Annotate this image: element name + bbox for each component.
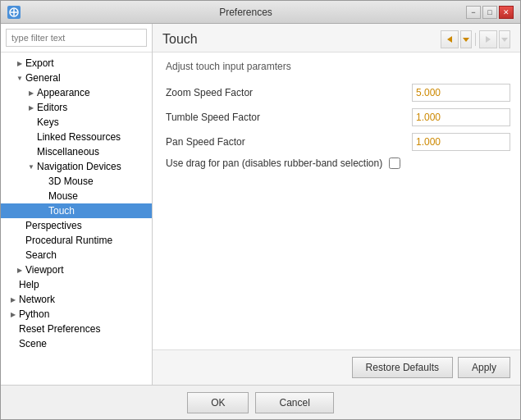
- preferences-window: Preferences − □ ✕ ▶ Export ▼ Genera: [0, 0, 521, 420]
- tree: ▶ Export ▼ General ▶ Appearance ▶ Editor…: [1, 52, 152, 354]
- drag-for-pan-row: Use drag for pan (disables rubber-band s…: [166, 158, 507, 169]
- panel-toolbar: [441, 30, 510, 48]
- sidebar: ▶ Export ▼ General ▶ Appearance ▶ Editor…: [1, 24, 153, 385]
- sidebar-item-network[interactable]: ▶ Network: [1, 292, 152, 307]
- sidebar-item-touch[interactable]: ▶ Touch: [1, 203, 152, 218]
- expander-icon: ▶: [37, 176, 48, 187]
- sidebar-item-label: Reset Preferences: [19, 323, 100, 335]
- pan-speed-row: Pan Speed Factor: [166, 133, 507, 151]
- expander-icon: ▶: [37, 190, 48, 202]
- expander-icon: ▶: [37, 205, 48, 217]
- expander-icon: ▶: [14, 264, 25, 276]
- expander-icon: ▶: [14, 57, 25, 69]
- expander-icon: ▶: [14, 249, 25, 261]
- sidebar-item-editors[interactable]: ▶ Editors: [1, 100, 152, 115]
- sidebar-item-label: Mouse: [48, 190, 78, 202]
- sidebar-item-label: Touch: [48, 205, 75, 217]
- tumble-speed-row: Tumble Speed Factor: [166, 108, 507, 126]
- close-button[interactable]: ✕: [499, 6, 514, 19]
- expander-icon: ▶: [7, 338, 19, 349]
- pan-speed-label: Pan Speed Factor: [166, 136, 412, 148]
- pan-speed-input[interactable]: [412, 133, 510, 151]
- expander-icon: ▶: [25, 102, 37, 113]
- sidebar-item-appearance[interactable]: ▶ Appearance: [1, 85, 152, 100]
- cancel-button[interactable]: Cancel: [255, 392, 333, 413]
- sidebar-item-help[interactable]: ▶ Help: [1, 277, 152, 292]
- drag-for-pan-checkbox[interactable]: [389, 158, 400, 169]
- filter-box: [1, 24, 152, 52]
- sidebar-item-export[interactable]: ▶ Export: [1, 56, 152, 71]
- sidebar-item-label: Linked Ressources: [37, 131, 121, 143]
- panel-footer: Restore Defaults Apply: [153, 349, 520, 385]
- sidebar-item-label: 3D Mouse: [48, 176, 94, 187]
- back-button[interactable]: [441, 30, 459, 48]
- sidebar-item-label: Python: [19, 308, 49, 320]
- expander-icon: ▶: [7, 294, 19, 305]
- expander-icon: ▶: [25, 131, 37, 143]
- app-icon: [7, 6, 21, 19]
- apply-button[interactable]: Apply: [458, 357, 510, 378]
- sidebar-item-procedural-runtime[interactable]: ▶ Procedural Runtime: [1, 233, 152, 248]
- sidebar-item-label: Keys: [37, 116, 59, 128]
- expander-icon: ▶: [25, 87, 37, 98]
- expander-icon: ▶: [14, 220, 25, 231]
- sidebar-item-perspectives[interactable]: ▶ Perspectives: [1, 218, 152, 233]
- tumble-speed-label: Tumble Speed Factor: [166, 112, 412, 123]
- sidebar-item-label: General: [25, 72, 61, 84]
- sidebar-item-navigation-devices[interactable]: ▼ Navigation Devices: [1, 159, 152, 174]
- expander-icon: ▶: [25, 146, 37, 158]
- sidebar-item-viewport[interactable]: ▶ Viewport: [1, 262, 152, 277]
- sidebar-item-label: Editors: [37, 102, 67, 113]
- svg-marker-5: [486, 36, 491, 43]
- panel-content: Adjust touch input paramters Zoom Speed …: [153, 52, 520, 349]
- sidebar-item-search[interactable]: ▶ Search: [1, 248, 152, 262]
- panel-title: Touch: [162, 32, 198, 47]
- svg-marker-4: [463, 38, 469, 42]
- sidebar-item-miscellaneous[interactable]: ▶ Miscellaneous: [1, 144, 152, 159]
- tumble-speed-input[interactable]: [412, 108, 510, 126]
- expander-icon: ▶: [14, 235, 25, 246]
- zoom-speed-label: Zoom Speed Factor: [166, 87, 412, 98]
- svg-marker-3: [447, 36, 452, 43]
- drag-for-pan-label: Use drag for pan (disables rubber-band s…: [166, 158, 382, 169]
- sidebar-item-label: Appearance: [37, 87, 90, 98]
- dropdown-button[interactable]: [460, 30, 472, 48]
- sidebar-item-label: Miscellaneous: [37, 146, 99, 158]
- sidebar-item-label: Procedural Runtime: [25, 235, 112, 246]
- maximize-button[interactable]: □: [482, 6, 497, 19]
- minimize-button[interactable]: −: [466, 6, 481, 19]
- sidebar-item-label: Navigation Devices: [37, 161, 121, 172]
- main-panel: Touch Ad: [153, 24, 520, 385]
- toolbar-separator: [475, 33, 476, 46]
- expander-icon: ▼: [25, 161, 37, 172]
- window-title: Preferences: [25, 7, 466, 18]
- svg-marker-6: [501, 38, 508, 42]
- expander-icon: ▶: [7, 279, 19, 290]
- sidebar-item-python[interactable]: ▶ Python: [1, 307, 152, 322]
- sidebar-item-keys[interactable]: ▶ Keys: [1, 115, 152, 130]
- ok-button[interactable]: OK: [187, 392, 249, 413]
- sidebar-item-general[interactable]: ▼ General: [1, 71, 152, 85]
- restore-defaults-button[interactable]: Restore Defaults: [352, 357, 453, 378]
- panel-description: Adjust touch input paramters: [166, 61, 507, 72]
- titlebar: Preferences − □ ✕: [1, 1, 520, 24]
- sidebar-item-label: Perspectives: [25, 220, 82, 231]
- sidebar-item-reset-preferences[interactable]: ▶ Reset Preferences: [1, 322, 152, 336]
- content-area: ▶ Export ▼ General ▶ Appearance ▶ Editor…: [1, 24, 520, 385]
- sidebar-item-mouse[interactable]: ▶ Mouse: [1, 189, 152, 203]
- sidebar-item-scene[interactable]: ▶ Scene: [1, 336, 152, 351]
- filter-input[interactable]: [6, 29, 147, 47]
- forward-button[interactable]: [479, 30, 497, 48]
- zoom-speed-input[interactable]: [412, 84, 510, 102]
- sidebar-item-linked-resources[interactable]: ▶ Linked Ressources: [1, 130, 152, 144]
- expander-icon: ▶: [25, 116, 37, 128]
- sidebar-item-label: Network: [19, 294, 55, 305]
- dropdown-button-2[interactable]: [499, 30, 510, 48]
- bottom-bar: OK Cancel: [1, 385, 520, 419]
- sidebar-item-label: Search: [25, 249, 57, 261]
- sidebar-item-label: Export: [25, 57, 54, 69]
- expander-icon: ▶: [7, 308, 19, 320]
- sidebar-item-label: Help: [19, 279, 39, 290]
- sidebar-item-3d-mouse[interactable]: ▶ 3D Mouse: [1, 174, 152, 189]
- window-controls: − □ ✕: [466, 6, 514, 19]
